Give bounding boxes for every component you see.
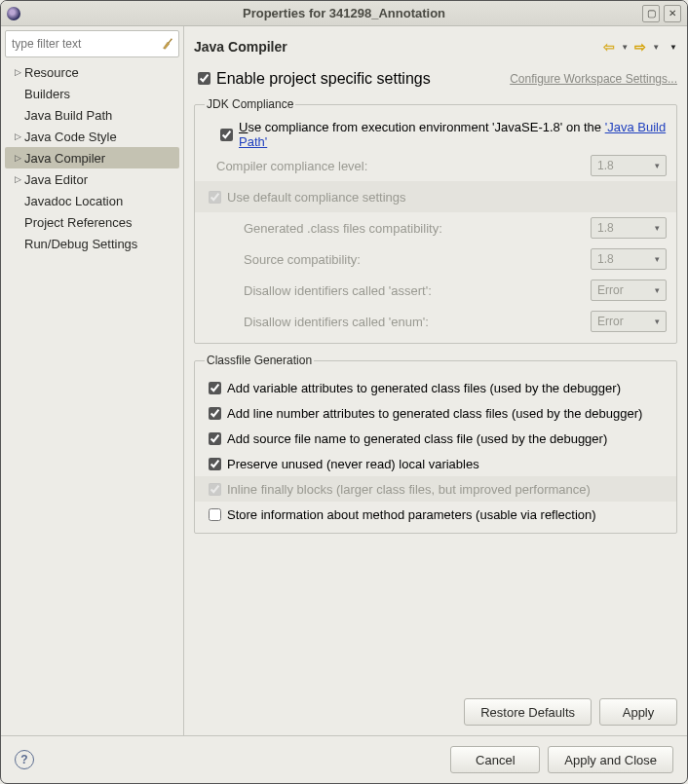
tree-item-builders[interactable]: ▷Builders (5, 83, 179, 104)
expand-arrow-icon[interactable]: ▷ (11, 174, 24, 184)
preserve-unused-checkbox[interactable] (209, 458, 221, 470)
titlebar: Properties for 341298_Annotation ▢ ✕ (1, 1, 687, 26)
tree-item-label: Java Build Path (24, 108, 112, 123)
add-source-filename-checkbox[interactable] (209, 432, 221, 445)
tree-item-java-compiler[interactable]: ▷Java Compiler (5, 147, 179, 168)
use-default-compliance-checkbox (209, 191, 221, 204)
apply-and-close-button[interactable]: Apply and Close (548, 746, 673, 773)
tree-item-label: Resource (24, 65, 79, 80)
tree-item-run-debug-settings[interactable]: ▷Run/Debug Settings (5, 233, 179, 254)
tree-item-label: Builders (24, 87, 70, 101)
disallow-enum-combo: Error (591, 311, 667, 332)
tree-item-label: Javadoc Location (24, 194, 123, 208)
expand-arrow-icon[interactable]: ▷ (11, 153, 24, 163)
disallow-assert-label: Disallow identifiers called 'assert': (244, 283, 432, 298)
enable-project-specific-label: Enable project specific settings (216, 70, 431, 88)
add-source-filename-label: Add source file name to generated class … (227, 431, 607, 446)
generated-files-label: Generated .class files compatibility: (244, 221, 442, 236)
use-execution-env-checkbox[interactable] (220, 129, 233, 141)
filter-row (5, 30, 179, 57)
page-title: Java Compiler (194, 39, 287, 55)
configure-workspace-link[interactable]: Configure Workspace Settings... (510, 72, 677, 86)
view-menu-button[interactable]: ▼ (664, 43, 677, 52)
nav-back-menu[interactable]: ▼ (619, 43, 631, 52)
window-title: Properties for 341298_Annotation (1, 6, 687, 20)
compliance-level-combo[interactable]: 1.8 (591, 155, 667, 176)
content-area: Java Compiler ⇦ ▼ ⇨ ▼ ▼ Enable project s… (184, 26, 687, 735)
nav-back-button[interactable]: ⇦ (601, 39, 617, 55)
tree-item-label: Project References (24, 215, 133, 230)
add-variable-attrs-label: Add variable attributes to generated cla… (227, 381, 621, 395)
tree-item-label: Java Code Style (24, 130, 117, 144)
inline-finally-label: Inline finally blocks (larger class file… (227, 482, 591, 497)
nav-forward-button[interactable]: ⇨ (632, 39, 648, 55)
help-icon[interactable]: ? (15, 750, 34, 769)
add-line-numbers-checkbox[interactable] (209, 407, 221, 420)
tree-item-label: Java Compiler (24, 151, 105, 166)
nav-forward-menu[interactable]: ▼ (650, 43, 662, 52)
use-execution-env-label: Use compliance from execution environmen… (239, 120, 667, 149)
apply-button[interactable]: Apply (599, 698, 677, 726)
restore-defaults-button[interactable]: Restore Defaults (464, 698, 592, 726)
tree-item-java-code-style[interactable]: ▷Java Code Style (5, 126, 179, 147)
classfile-generation-group: Classfile Generation Add variable attrib… (194, 354, 677, 534)
filter-input[interactable] (10, 36, 161, 52)
inline-finally-checkbox (209, 483, 221, 496)
source-compat-combo: 1.8 (591, 248, 667, 270)
expand-arrow-icon[interactable]: ▷ (11, 67, 24, 77)
jdk-compliance-legend: JDK Compliance (205, 97, 295, 111)
use-default-compliance-label: Use default compliance settings (227, 190, 406, 205)
source-compat-label: Source compatibility: (244, 252, 361, 267)
add-line-numbers-label: Add line number attributes to generated … (227, 406, 642, 421)
enable-project-specific-checkbox[interactable] (198, 72, 210, 85)
sidebar: ▷Resource▷Builders▷Java Build Path▷Java … (1, 26, 184, 735)
nav-tree: ▷Resource▷Builders▷Java Build Path▷Java … (5, 61, 179, 731)
svg-line-0 (169, 39, 172, 43)
preserve-unused-label: Preserve unused (never read) local varia… (227, 457, 479, 471)
tree-item-javadoc-location[interactable]: ▷Javadoc Location (5, 190, 179, 211)
disallow-assert-combo: Error (591, 280, 667, 301)
disallow-enum-label: Disallow identifiers called 'enum': (244, 315, 429, 329)
jdk-compliance-group: JDK Compliance Use compliance from execu… (194, 97, 677, 344)
cancel-button[interactable]: Cancel (450, 746, 540, 773)
add-variable-attrs-checkbox[interactable] (209, 382, 221, 394)
classfile-legend: Classfile Generation (205, 354, 314, 367)
compliance-level-label: Compiler compliance level: (216, 159, 367, 173)
app-icon (7, 7, 20, 20)
expand-arrow-icon[interactable]: ▷ (11, 131, 24, 141)
tree-item-label: Run/Debug Settings (24, 237, 137, 251)
minimize-button[interactable]: ▢ (642, 5, 660, 22)
clear-filter-icon[interactable] (161, 37, 174, 51)
tree-item-project-references[interactable]: ▷Project References (5, 211, 179, 233)
store-method-params-checkbox[interactable] (209, 508, 221, 521)
tree-item-resource[interactable]: ▷Resource (5, 61, 179, 83)
close-button[interactable]: ✕ (664, 5, 681, 22)
store-method-params-label: Store information about method parameter… (227, 507, 596, 522)
tree-item-java-build-path[interactable]: ▷Java Build Path (5, 104, 179, 126)
tree-item-label: Java Editor (24, 172, 88, 187)
tree-item-java-editor[interactable]: ▷Java Editor (5, 168, 179, 190)
generated-files-combo: 1.8 (591, 217, 667, 239)
